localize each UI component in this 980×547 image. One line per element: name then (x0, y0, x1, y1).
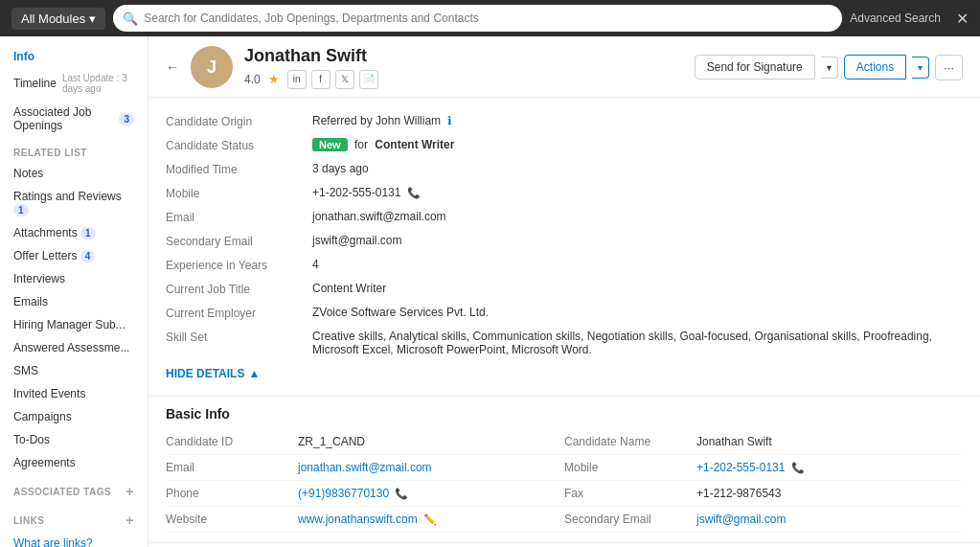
candidate-id-cell: Candidate ID ZR_1_CAND (166, 429, 564, 455)
actions-chevron[interactable]: ▾ (912, 57, 929, 79)
record-header: ← J Jonathan Swift 4.0 ★ in f 𝕏 📄 Send f… (148, 36, 980, 98)
basic-info-title: Basic Info (148, 396, 980, 429)
top-navigation: All Modules ▾ 🔍 Advanced Search ✕ (0, 0, 980, 36)
linkedin-icon[interactable]: in (287, 70, 307, 89)
modified-time-value: 3 days ago (312, 162, 963, 175)
chevron-down-icon: ▾ (89, 11, 96, 26)
website-info-label: Website (166, 513, 290, 526)
phone-call-icon[interactable]: 📞 (407, 187, 421, 198)
candidate-name-info-value: Jonathan Swift (696, 435, 772, 448)
sidebar-item-info[interactable]: Info (0, 44, 148, 69)
current-employer-row: Current Employer ZVoice Software Service… (166, 301, 963, 325)
current-job-value: Content Writer (312, 282, 963, 295)
modified-time-row: Modified Time 3 days ago (166, 157, 963, 181)
advanced-search-link[interactable]: Advanced Search (850, 11, 941, 25)
sidebar-item-emails[interactable]: Emails (0, 290, 148, 313)
candidate-name: Jonathan Swift (244, 46, 683, 67)
sidebar-item-hiring-manager[interactable]: Hiring Manager Sub... (0, 313, 148, 336)
twitter-icon[interactable]: 𝕏 (335, 70, 354, 89)
skill-set-value: Creative skills, Analytical skills, Comm… (312, 330, 963, 356)
candidate-status-label: Candidate Status (166, 138, 305, 152)
sidebar-item-sms[interactable]: SMS (0, 359, 148, 382)
add-link-icon[interactable]: + (125, 513, 134, 528)
status-badge: New (312, 138, 348, 151)
add-tag-icon[interactable]: + (125, 484, 134, 499)
header-info: Jonathan Swift 4.0 ★ in f 𝕏 📄 (244, 46, 683, 89)
document-icon[interactable]: 📄 (359, 70, 378, 89)
facebook-icon[interactable]: f (311, 70, 330, 89)
phone-info-cell: Phone (+91)9836770130 📞 (166, 481, 564, 507)
links-help-text: What are links? (0, 532, 148, 547)
phone-info-label: Phone (166, 487, 290, 500)
sidebar-item-invited-events[interactable]: Invited Events (0, 382, 148, 405)
edit-icon[interactable]: ✏️ (423, 513, 437, 525)
candidate-name-label: Candidate Name (564, 435, 689, 448)
sidebar-item-todos[interactable]: To-Dos (0, 428, 148, 451)
info-icon: ℹ (447, 114, 452, 127)
sidebar-item-agreements[interactable]: Agreements (0, 451, 148, 474)
avatar: J (191, 46, 233, 88)
links-header: LINKS + (0, 503, 148, 532)
secondary-email-row: Secondary Email jswift@gmail.com (166, 229, 963, 253)
search-input[interactable] (144, 11, 832, 25)
back-button[interactable]: ← (166, 59, 179, 75)
send-for-signature-button[interactable]: Send for Signature (695, 55, 815, 80)
mobile-label: Mobile (166, 186, 305, 200)
sidebar-item-offer-letters[interactable]: Offer Letters 4 (0, 244, 148, 267)
experience-label: Experience in Years (166, 258, 305, 272)
candidate-origin-value: Referred by John William ℹ (312, 114, 963, 127)
phone-icon[interactable]: 📞 (395, 488, 408, 499)
sidebar-item-campaigns[interactable]: Campaigns (0, 405, 148, 428)
website-info-value: www.jonathanswift.com ✏️ (298, 513, 437, 526)
social-icons: in f 𝕏 📄 (287, 70, 378, 89)
assoc-job-badge: 3 (119, 113, 134, 125)
content-area: ← J Jonathan Swift 4.0 ★ in f 𝕏 📄 Send f… (148, 36, 980, 547)
fax-info-label: Fax (564, 487, 689, 500)
mobile-value: +1-202-555-0131 📞 (312, 186, 963, 199)
timeline-last-update: Last Update : 3 days ago (62, 73, 134, 94)
sidebar-item-interviews[interactable]: Interviews (0, 267, 148, 290)
candidate-status-value: New for Content Writer (312, 138, 963, 151)
mobile-info-label: Mobile (564, 461, 689, 474)
email-row: Email jonathan.swift@zmail.com (166, 205, 963, 229)
send-signature-chevron[interactable]: ▾ (821, 57, 838, 79)
status-for-text: for (354, 138, 368, 151)
phone-info-value: (+91)9836770130 📞 (298, 487, 408, 500)
mobile-call-icon[interactable]: 📞 (791, 462, 805, 473)
hide-details-button[interactable]: HIDE DETAILS ▲ (166, 361, 963, 384)
search-icon: 🔍 (123, 11, 138, 26)
experience-row: Experience in Years 4 (166, 253, 963, 277)
sidebar-item-attachments[interactable]: Attachments 1 (0, 221, 148, 244)
candidate-fields: Candidate Origin Referred by John Willia… (148, 98, 980, 396)
mobile-row: Mobile +1-202-555-0131 📞 (166, 181, 963, 205)
mobile-info-cell: Mobile +1-202-555-0131 📞 (564, 455, 963, 481)
sidebar-item-associated-jobs[interactable]: Associated Job Openings 3 (0, 100, 148, 138)
more-options-button[interactable]: ··· (935, 55, 963, 80)
related-list-header: RELATED LIST (0, 138, 148, 162)
candidate-status-row: Candidate Status New for Content Writer (166, 133, 963, 157)
secondary-email-value: jswift@gmail.com (312, 234, 963, 247)
website-info-cell: Website www.jonathanswift.com ✏️ (166, 507, 564, 533)
fax-info-cell: Fax +1-212-9876543 (564, 481, 963, 507)
candidate-id-value: ZR_1_CAND (298, 435, 365, 448)
email-info-label: Email (166, 461, 290, 474)
modified-time-label: Modified Time (166, 162, 305, 176)
current-job-label: Current Job Title (166, 282, 305, 296)
actions-button[interactable]: Actions (844, 55, 906, 80)
sidebar-item-ratings[interactable]: Ratings and Reviews 1 (0, 185, 148, 221)
sidebar-item-notes[interactable]: Notes (0, 162, 148, 185)
sidebar-item-answered-assess[interactable]: Answered Assessme... (0, 336, 148, 359)
current-employer-label: Current Employer (166, 306, 305, 320)
chevron-up-icon: ▲ (248, 367, 260, 380)
close-icon[interactable]: ✕ (956, 10, 969, 28)
star-icon: ★ (268, 72, 280, 86)
email-label: Email (166, 210, 305, 224)
sidebar-item-timeline[interactable]: Timeline Last Update : 3 days ago (0, 69, 148, 100)
secondary-email-info-label: Secondary Email (564, 513, 689, 526)
header-meta: 4.0 ★ in f 𝕏 📄 (244, 70, 683, 89)
candidate-id-label: Candidate ID (166, 435, 290, 448)
module-selector[interactable]: All Modules ▾ (11, 8, 105, 30)
current-employer-value: ZVoice Software Services Pvt. Ltd. (312, 306, 963, 319)
basic-info-grid: Candidate ID ZR_1_CAND Candidate Name Jo… (148, 429, 980, 542)
status-role-text: Content Writer (375, 138, 454, 151)
